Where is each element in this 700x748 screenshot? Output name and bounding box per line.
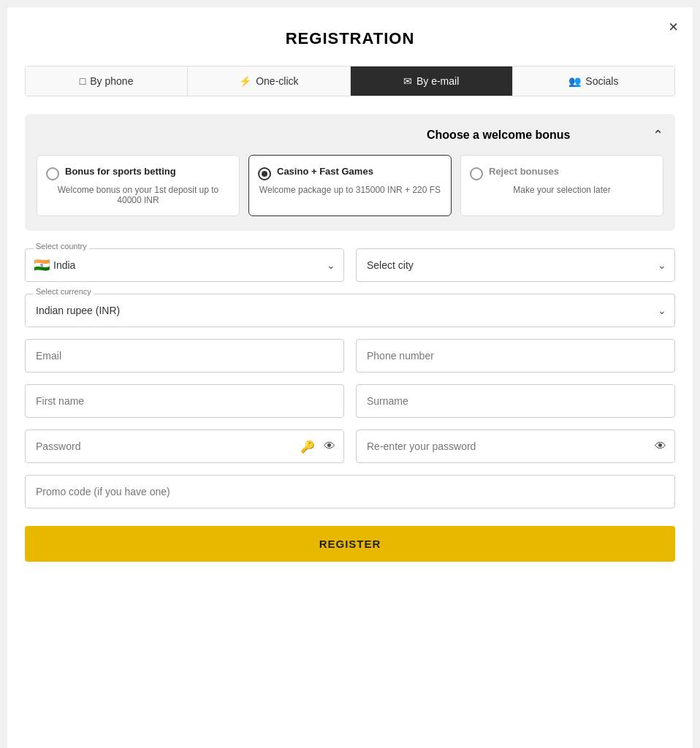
reenter-password-input[interactable] [356,430,675,463]
collapse-bonus-button[interactable]: ⌃ [653,127,663,143]
password-field: 🔑 👁 [25,430,344,463]
email-phone-row [25,339,675,373]
tab-bar: □ By phone ⚡ One-click ✉ By e-mail 👥 Soc… [25,66,675,96]
promo-row [25,475,675,508]
promo-input[interactable] [25,475,675,508]
bonus-header: Choose a welcome bonus ⌃ [37,127,663,143]
email-field [25,339,344,373]
promo-field [25,475,675,508]
eye-icon-password[interactable]: 👁 [324,440,335,453]
eye-icon-reenter[interactable]: 👁 [655,440,666,453]
register-button[interactable]: REGISTER [25,526,675,562]
surname-field [356,384,675,418]
modal-title: REGISTRATION [25,29,675,48]
radio-casino [258,167,271,180]
tab-by-email-label: By e-mail [416,75,459,87]
registration-modal: × REGISTRATION □ By phone ⚡ One-click ✉ … [7,7,693,748]
india-flag-icon: 🇮🇳 [34,257,50,273]
key-icon: 🔑 [300,440,315,454]
password-row: 🔑 👁 👁 [25,430,675,463]
reenter-password-field: 👁 [356,430,675,463]
tab-by-email[interactable]: ✉ By e-mail [351,66,513,96]
currency-label: Select currency [34,287,94,296]
firstname-input[interactable] [25,384,344,418]
firstname-field [25,384,344,418]
bonus-sports-desc: Welcome bonus on your 1st deposit up to … [46,185,230,205]
surname-input[interactable] [356,384,675,418]
country-city-row: Select country 🇮🇳 India ⌄ Select city ⌄ [25,248,675,282]
email-input[interactable] [25,339,344,373]
country-select[interactable]: India [25,248,344,282]
bonus-casino-name: Casino + Fast Games [277,166,373,177]
city-field: Select city ⌄ [356,248,675,282]
lightning-icon: ⚡ [239,75,251,87]
bonus-casino-desc: Welcome package up to 315000 INR + 220 F… [258,185,442,195]
tab-by-phone[interactable]: □ By phone [26,66,188,96]
bonus-reject-desc: Make your selection later [470,185,654,195]
phone-field [356,339,675,373]
tab-one-click[interactable]: ⚡ One-click [188,66,350,96]
radio-sports [46,167,59,180]
city-select[interactable]: Select city [356,248,675,282]
bonus-reject-card[interactable]: Reject bonuses Make your selection later [460,155,663,216]
currency-select[interactable]: Indian rupee (INR) [25,294,675,327]
close-button[interactable]: × [669,19,678,35]
phone-icon: □ [80,75,85,87]
country-field: Select country 🇮🇳 India ⌄ [25,248,344,282]
bonus-section: Choose a welcome bonus ⌃ Bonus for sport… [25,114,675,231]
bonus-reject-name: Reject bonuses [489,166,559,177]
country-label: Select country [34,242,89,251]
bonus-options: Bonus for sports betting Welcome bonus o… [37,155,663,216]
bonus-casino-card[interactable]: Casino + Fast Games Welcome package up t… [248,155,452,216]
currency-row: Select currency Indian rupee (INR) ⌄ [25,294,675,327]
tab-one-click-label: One-click [256,75,298,87]
bonus-section-title: Choose a welcome bonus [345,129,653,142]
radio-reject [470,167,483,180]
bonus-sports-card[interactable]: Bonus for sports betting Welcome bonus o… [37,155,240,216]
tab-socials[interactable]: 👥 Socials [513,66,674,96]
password-input[interactable] [25,430,344,463]
tab-socials-label: Socials [585,75,618,87]
name-row [25,384,675,418]
phone-input[interactable] [356,339,675,373]
tab-by-phone-label: By phone [90,75,133,87]
email-icon: ✉ [403,75,412,87]
people-icon: 👥 [568,75,581,87]
currency-field: Select currency Indian rupee (INR) ⌄ [25,294,675,327]
bonus-sports-name: Bonus for sports betting [65,166,176,177]
